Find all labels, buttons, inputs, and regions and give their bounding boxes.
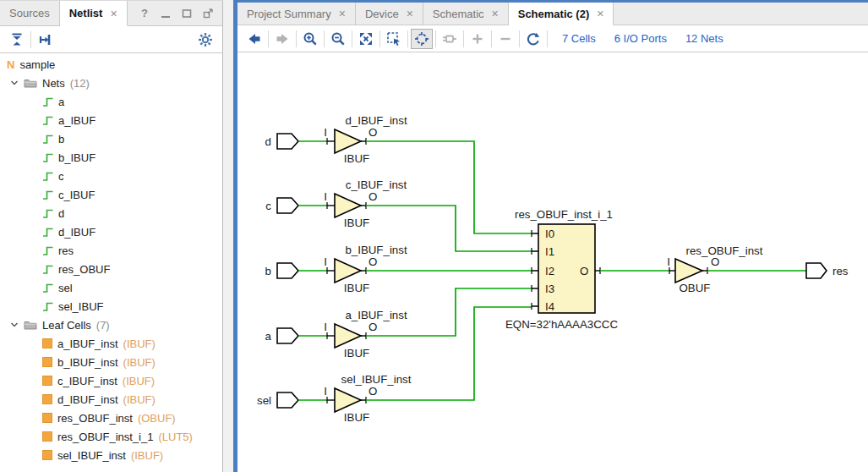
ibuf-sel[interactable]: I O sel_IBUF_inst IBUF [298, 373, 412, 424]
lut5-cell[interactable]: res_OBUF_inst_i_1 I0 I1 I2 I3 I4 O [505, 208, 618, 331]
zoom-to-selection-button[interactable] [383, 29, 405, 49]
tree-item-label: sel_IBUF [58, 300, 103, 313]
chevron-down-icon[interactable] [10, 321, 19, 329]
ibuf-a[interactable]: I O a_IBUF_inst IBUF [298, 309, 407, 359]
instance-label: b_IBUF_inst [345, 244, 407, 256]
io-ports-link[interactable]: 6 I/O Ports [614, 32, 667, 45]
ibuf-d[interactable]: I O d_IBUF_inst IBUF [298, 114, 407, 165]
pin-label-i2: I2 [545, 265, 554, 277]
tree-item-res[interactable]: res [0, 241, 222, 260]
tree-item-label: Nets [42, 77, 65, 90]
tree-item-res-obuf[interactable]: res_OBUF [0, 260, 222, 278]
design-icon: N [7, 59, 14, 70]
zoom-out-button[interactable] [327, 29, 349, 49]
tree-item-sel[interactable]: sel [0, 278, 222, 297]
tree-item-a-ibuf-inst[interactable]: a_IBUF_inst(IBUF) [0, 334, 222, 353]
minimize-icon[interactable] [161, 8, 171, 19]
close-icon[interactable]: × [110, 8, 117, 19]
ibuf-c[interactable]: I O c_IBUF_inst IBUF [298, 178, 407, 229]
output-port-res[interactable]: res [806, 263, 849, 278]
port-label: sel [257, 394, 271, 407]
instance-label: d_IBUF_inst [345, 114, 407, 127]
regenerate-button[interactable] [522, 29, 544, 49]
tree-item-c[interactable]: c [0, 167, 222, 185]
cell-type: (IBUF) [123, 375, 155, 387]
tab-sources-label: Sources [9, 7, 50, 19]
tab-schematic-2[interactable]: Schematic (2) × [509, 3, 614, 25]
tree-item-b-ibuf-inst[interactable]: b_IBUF_inst(IBUF) [0, 353, 222, 371]
back-button[interactable] [243, 29, 265, 49]
tree-item-sample[interactable]: Nsample [0, 55, 222, 74]
cell-type: (OBUF) [138, 412, 176, 425]
schematic-canvas[interactable]: d I O d_IBUF_inst IBUF [237, 52, 867, 472]
close-icon[interactable]: × [339, 8, 346, 19]
pin-label-i4: I4 [545, 300, 554, 313]
tree-item-d-ibuf-inst[interactable]: d_IBUF_inst(IBUF) [0, 390, 222, 409]
close-icon[interactable]: × [492, 8, 499, 19]
input-port-b[interactable]: b [265, 263, 298, 278]
tree-item-res-obuf-inst[interactable]: res_OBUF_inst(OBUF) [0, 409, 222, 427]
net-icon [42, 114, 53, 126]
tree-item-label: d_IBUF [58, 226, 96, 239]
pin-label-o: O [368, 321, 377, 333]
expand-cone-button[interactable] [439, 29, 461, 49]
nets-link[interactable]: 12 Nets [685, 32, 723, 45]
cell-icon [42, 376, 52, 386]
zoom-fit-button[interactable] [355, 29, 377, 49]
schematic-viewport[interactable]: d I O d_IBUF_inst IBUF [237, 52, 868, 472]
tree-item-c-ibuf-inst[interactable]: c_IBUF_inst(IBUF) [0, 371, 222, 390]
tree-item-label: sel [58, 282, 73, 294]
tree-item-a[interactable]: a [0, 92, 222, 111]
tree-item-res-obuf-inst-i-1[interactable]: res_OBUF_inst_i_1(LUT5) [0, 427, 222, 446]
collapse-all-button[interactable] [6, 30, 28, 50]
help-icon[interactable]: ? [139, 8, 150, 19]
tab-project-summary[interactable]: Project Summary × [237, 3, 356, 25]
tree-item-d-ibuf[interactable]: d_IBUF [0, 222, 222, 241]
autofit-selection-button[interactable] [411, 29, 433, 49]
tree-item-sel-ibuf-inst[interactable]: sel_IBUF_inst(IBUF) [0, 446, 222, 464]
tree-item-a-ibuf[interactable]: a_IBUF [0, 111, 222, 129]
maximize-icon[interactable] [182, 8, 192, 19]
tree-item-b-ibuf[interactable]: b_IBUF [0, 148, 222, 167]
input-port-sel[interactable]: sel [257, 392, 298, 408]
cell-type-label: IBUF [344, 347, 369, 359]
tree-item-label: d_IBUF_inst [57, 393, 118, 406]
tree-item-sel-ibuf[interactable]: sel_IBUF [0, 297, 222, 316]
tree-item-d[interactable]: d [0, 204, 222, 222]
add-button[interactable] [467, 29, 489, 49]
input-port-d[interactable]: d [265, 134, 298, 149]
net-icon [42, 133, 53, 145]
cell-type-label: IBUF [344, 217, 369, 229]
zoom-in-button[interactable] [299, 29, 321, 49]
tree-item-b[interactable]: b [0, 129, 222, 148]
close-icon[interactable]: × [597, 8, 603, 19]
chevron-down-icon[interactable] [10, 79, 19, 87]
schematic-panel: Project Summary × Device × Schematic × S… [233, 0, 868, 472]
cells-link[interactable]: 7 Cells [562, 32, 596, 45]
tab-sources[interactable]: Sources [0, 1, 60, 25]
tree-item-c-ibuf[interactable]: c_IBUF [0, 185, 222, 204]
close-icon[interactable]: × [407, 8, 413, 19]
tree-item-nets[interactable]: Nets(12) [0, 74, 222, 92]
panel-divider[interactable] [223, 0, 233, 472]
item-count: (12) [70, 77, 90, 90]
net-icon [42, 151, 53, 163]
tree-item-leaf-cells[interactable]: Leaf Cells(7) [0, 316, 222, 334]
tab-netlist[interactable]: Netlist × [60, 1, 128, 26]
port-label: a [265, 330, 272, 343]
tab-device[interactable]: Device × [356, 3, 423, 25]
float-icon[interactable] [203, 8, 213, 19]
instance-label: a_IBUF_inst [345, 309, 407, 321]
obuf-res[interactable]: I O res_OBUF_inst OBUF [667, 244, 762, 294]
forward-button[interactable] [271, 29, 293, 49]
ibuf-b[interactable]: I O b_IBUF_inst IBUF [298, 244, 407, 294]
remove-button[interactable] [494, 29, 516, 49]
input-port-a[interactable]: a [265, 328, 298, 343]
netlist-panel-tab-bar: Sources Netlist × ? [0, 1, 222, 26]
tab-schematic[interactable]: Schematic × [423, 3, 509, 25]
expand-selected-button[interactable] [34, 30, 56, 50]
settings-gear-icon[interactable] [194, 30, 216, 50]
tree-item-label: res [58, 244, 74, 257]
cell-type-label: OBUF [680, 282, 711, 294]
input-port-c[interactable]: c [265, 198, 298, 213]
